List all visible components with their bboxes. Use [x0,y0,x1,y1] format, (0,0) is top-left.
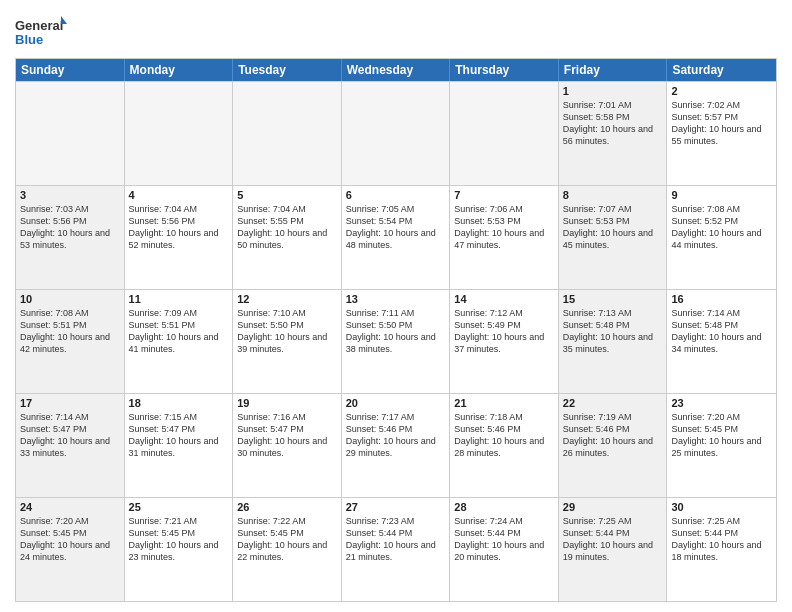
cal-cell-day-15: 15Sunrise: 7:13 AM Sunset: 5:48 PM Dayli… [559,290,668,393]
day-info: Sunrise: 7:12 AM Sunset: 5:49 PM Dayligh… [454,307,554,356]
day-number: 12 [237,293,337,305]
day-number: 11 [129,293,229,305]
cal-row-1: 3Sunrise: 7:03 AM Sunset: 5:56 PM Daylig… [16,185,776,289]
cal-cell-day-4: 4Sunrise: 7:04 AM Sunset: 5:56 PM Daylig… [125,186,234,289]
cal-cell-day-27: 27Sunrise: 7:23 AM Sunset: 5:44 PM Dayli… [342,498,451,601]
day-number: 26 [237,501,337,513]
cal-cell-day-29: 29Sunrise: 7:25 AM Sunset: 5:44 PM Dayli… [559,498,668,601]
day-info: Sunrise: 7:02 AM Sunset: 5:57 PM Dayligh… [671,99,772,148]
cal-cell-empty [233,82,342,185]
day-number: 4 [129,189,229,201]
cal-cell-day-8: 8Sunrise: 7:07 AM Sunset: 5:53 PM Daylig… [559,186,668,289]
day-number: 25 [129,501,229,513]
cal-header-monday: Monday [125,59,234,81]
day-number: 7 [454,189,554,201]
calendar-body: 1Sunrise: 7:01 AM Sunset: 5:58 PM Daylig… [16,81,776,601]
cal-cell-day-3: 3Sunrise: 7:03 AM Sunset: 5:56 PM Daylig… [16,186,125,289]
cal-cell-day-25: 25Sunrise: 7:21 AM Sunset: 5:45 PM Dayli… [125,498,234,601]
svg-text:Blue: Blue [15,32,43,47]
cal-cell-day-17: 17Sunrise: 7:14 AM Sunset: 5:47 PM Dayli… [16,394,125,497]
day-number: 27 [346,501,446,513]
cal-cell-day-2: 2Sunrise: 7:02 AM Sunset: 5:57 PM Daylig… [667,82,776,185]
day-number: 13 [346,293,446,305]
cal-cell-day-5: 5Sunrise: 7:04 AM Sunset: 5:55 PM Daylig… [233,186,342,289]
day-number: 29 [563,501,663,513]
cal-cell-day-18: 18Sunrise: 7:15 AM Sunset: 5:47 PM Dayli… [125,394,234,497]
cal-cell-day-7: 7Sunrise: 7:06 AM Sunset: 5:53 PM Daylig… [450,186,559,289]
cal-row-2: 10Sunrise: 7:08 AM Sunset: 5:51 PM Dayli… [16,289,776,393]
day-info: Sunrise: 7:14 AM Sunset: 5:48 PM Dayligh… [671,307,772,356]
cal-header-wednesday: Wednesday [342,59,451,81]
cal-cell-day-30: 30Sunrise: 7:25 AM Sunset: 5:44 PM Dayli… [667,498,776,601]
cal-cell-empty [342,82,451,185]
cal-cell-day-14: 14Sunrise: 7:12 AM Sunset: 5:49 PM Dayli… [450,290,559,393]
cal-header-tuesday: Tuesday [233,59,342,81]
cal-row-3: 17Sunrise: 7:14 AM Sunset: 5:47 PM Dayli… [16,393,776,497]
day-number: 6 [346,189,446,201]
day-number: 5 [237,189,337,201]
cal-cell-empty [125,82,234,185]
cal-row-0: 1Sunrise: 7:01 AM Sunset: 5:58 PM Daylig… [16,81,776,185]
cal-cell-day-1: 1Sunrise: 7:01 AM Sunset: 5:58 PM Daylig… [559,82,668,185]
day-number: 10 [20,293,120,305]
cal-cell-day-20: 20Sunrise: 7:17 AM Sunset: 5:46 PM Dayli… [342,394,451,497]
day-info: Sunrise: 7:23 AM Sunset: 5:44 PM Dayligh… [346,515,446,564]
day-info: Sunrise: 7:04 AM Sunset: 5:56 PM Dayligh… [129,203,229,252]
header: General Blue [15,10,777,50]
day-info: Sunrise: 7:25 AM Sunset: 5:44 PM Dayligh… [563,515,663,564]
day-info: Sunrise: 7:15 AM Sunset: 5:47 PM Dayligh… [129,411,229,460]
day-info: Sunrise: 7:11 AM Sunset: 5:50 PM Dayligh… [346,307,446,356]
day-number: 14 [454,293,554,305]
day-info: Sunrise: 7:19 AM Sunset: 5:46 PM Dayligh… [563,411,663,460]
logo: General Blue [15,14,67,50]
day-info: Sunrise: 7:08 AM Sunset: 5:52 PM Dayligh… [671,203,772,252]
cal-cell-day-23: 23Sunrise: 7:20 AM Sunset: 5:45 PM Dayli… [667,394,776,497]
cal-cell-day-11: 11Sunrise: 7:09 AM Sunset: 5:51 PM Dayli… [125,290,234,393]
day-info: Sunrise: 7:21 AM Sunset: 5:45 PM Dayligh… [129,515,229,564]
cal-cell-day-6: 6Sunrise: 7:05 AM Sunset: 5:54 PM Daylig… [342,186,451,289]
day-number: 9 [671,189,772,201]
cal-cell-empty [16,82,125,185]
day-number: 21 [454,397,554,409]
day-info: Sunrise: 7:03 AM Sunset: 5:56 PM Dayligh… [20,203,120,252]
day-number: 28 [454,501,554,513]
day-number: 24 [20,501,120,513]
day-info: Sunrise: 7:20 AM Sunset: 5:45 PM Dayligh… [20,515,120,564]
day-number: 2 [671,85,772,97]
day-number: 16 [671,293,772,305]
cal-cell-day-21: 21Sunrise: 7:18 AM Sunset: 5:46 PM Dayli… [450,394,559,497]
day-number: 30 [671,501,772,513]
calendar-header-row: SundayMondayTuesdayWednesdayThursdayFrid… [16,59,776,81]
day-info: Sunrise: 7:13 AM Sunset: 5:48 PM Dayligh… [563,307,663,356]
day-info: Sunrise: 7:22 AM Sunset: 5:45 PM Dayligh… [237,515,337,564]
cal-cell-day-16: 16Sunrise: 7:14 AM Sunset: 5:48 PM Dayli… [667,290,776,393]
day-info: Sunrise: 7:25 AM Sunset: 5:44 PM Dayligh… [671,515,772,564]
cal-cell-day-10: 10Sunrise: 7:08 AM Sunset: 5:51 PM Dayli… [16,290,125,393]
cal-row-4: 24Sunrise: 7:20 AM Sunset: 5:45 PM Dayli… [16,497,776,601]
day-info: Sunrise: 7:10 AM Sunset: 5:50 PM Dayligh… [237,307,337,356]
day-info: Sunrise: 7:07 AM Sunset: 5:53 PM Dayligh… [563,203,663,252]
cal-header-saturday: Saturday [667,59,776,81]
day-info: Sunrise: 7:08 AM Sunset: 5:51 PM Dayligh… [20,307,120,356]
day-number: 15 [563,293,663,305]
day-number: 1 [563,85,663,97]
cal-cell-day-28: 28Sunrise: 7:24 AM Sunset: 5:44 PM Dayli… [450,498,559,601]
day-info: Sunrise: 7:01 AM Sunset: 5:58 PM Dayligh… [563,99,663,148]
cal-cell-day-19: 19Sunrise: 7:16 AM Sunset: 5:47 PM Dayli… [233,394,342,497]
cal-cell-day-9: 9Sunrise: 7:08 AM Sunset: 5:52 PM Daylig… [667,186,776,289]
day-info: Sunrise: 7:16 AM Sunset: 5:47 PM Dayligh… [237,411,337,460]
cal-cell-day-24: 24Sunrise: 7:20 AM Sunset: 5:45 PM Dayli… [16,498,125,601]
day-info: Sunrise: 7:09 AM Sunset: 5:51 PM Dayligh… [129,307,229,356]
day-info: Sunrise: 7:04 AM Sunset: 5:55 PM Dayligh… [237,203,337,252]
day-info: Sunrise: 7:20 AM Sunset: 5:45 PM Dayligh… [671,411,772,460]
day-info: Sunrise: 7:17 AM Sunset: 5:46 PM Dayligh… [346,411,446,460]
day-number: 18 [129,397,229,409]
day-number: 17 [20,397,120,409]
cal-cell-day-26: 26Sunrise: 7:22 AM Sunset: 5:45 PM Dayli… [233,498,342,601]
svg-text:General: General [15,18,63,33]
cal-header-friday: Friday [559,59,668,81]
cal-header-sunday: Sunday [16,59,125,81]
cal-header-thursday: Thursday [450,59,559,81]
cal-cell-empty [450,82,559,185]
page: General Blue SundayMondayTuesdayWednesda… [0,0,792,612]
